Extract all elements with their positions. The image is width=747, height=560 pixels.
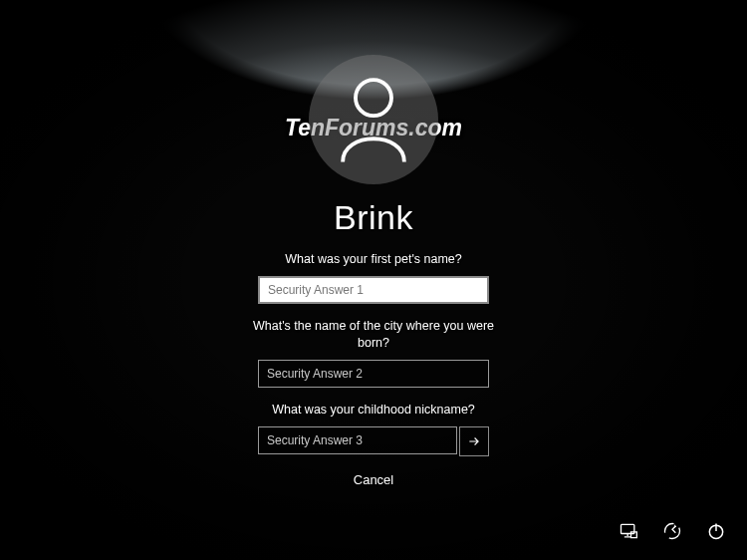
security-question-1: What was your first pet's name? <box>285 251 461 268</box>
svg-point-0 <box>356 80 391 116</box>
svg-point-2 <box>665 524 680 539</box>
cancel-button[interactable]: Cancel <box>354 472 393 487</box>
user-display-name: Brink <box>334 198 413 237</box>
submit-button[interactable] <box>459 426 489 456</box>
security-answer-3-row <box>258 426 489 454</box>
arrow-right-icon <box>467 434 481 448</box>
person-icon <box>335 75 412 164</box>
security-question-2: What's the name of the city where you we… <box>244 318 503 352</box>
user-avatar <box>309 55 438 184</box>
network-icon <box>619 521 638 541</box>
network-button[interactable] <box>618 520 639 542</box>
security-question-3: What was your childhood nickname? <box>272 402 475 419</box>
security-answer-1-input[interactable] <box>258 276 489 304</box>
security-answer-2-input[interactable] <box>258 360 489 388</box>
system-tray <box>618 520 727 542</box>
power-button[interactable] <box>705 520 727 542</box>
power-icon <box>706 521 726 541</box>
security-answer-1-row <box>258 276 489 304</box>
security-answer-2-row <box>258 360 489 388</box>
ease-of-access-button[interactable] <box>661 520 683 542</box>
login-panel: Brink What was your first pet's name? Wh… <box>234 0 513 487</box>
ease-of-access-icon <box>662 521 682 541</box>
security-answer-3-input[interactable] <box>258 426 457 454</box>
